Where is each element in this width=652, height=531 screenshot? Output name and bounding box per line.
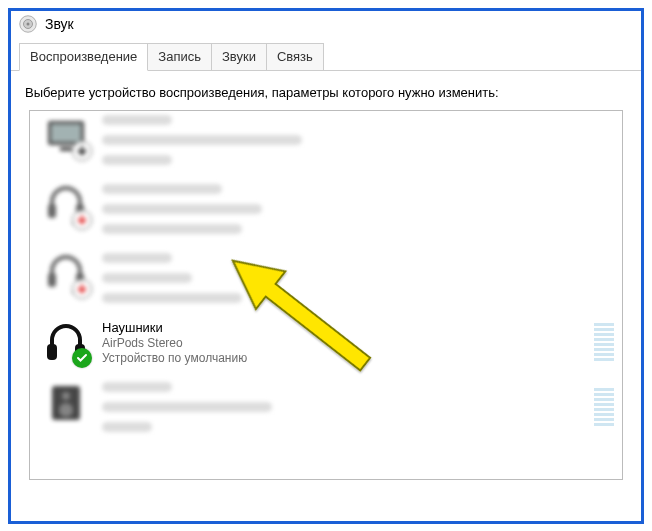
speaker-icon [42, 378, 90, 426]
svg-point-14 [59, 403, 73, 417]
svg-rect-4 [51, 124, 81, 142]
instruction-text: Выберите устройство воспроизведения, пар… [11, 71, 641, 110]
tab-communications[interactable]: Связь [266, 43, 324, 70]
device-item-airpods[interactable]: Наушники AirPods Stereo Устройство по ум… [30, 312, 622, 372]
headphones-icon [42, 318, 90, 366]
headset-icon [42, 249, 90, 297]
device-text [102, 378, 610, 435]
device-item[interactable] [30, 110, 622, 174]
level-meter [594, 388, 614, 426]
titlebar: Звук [11, 11, 641, 39]
sound-icon [19, 15, 37, 33]
device-item[interactable] [30, 174, 622, 243]
monitor-icon [42, 111, 90, 159]
down-arrow-icon [72, 279, 92, 299]
level-meter [594, 323, 614, 361]
device-name: Наушники [102, 320, 610, 335]
device-text: Наушники AirPods Stereo Устройство по ум… [102, 318, 610, 365]
tab-playback[interactable]: Воспроизведение [19, 43, 148, 71]
svg-rect-8 [48, 273, 56, 287]
svg-point-13 [62, 392, 70, 400]
check-icon [72, 348, 92, 368]
tab-recording[interactable]: Запись [147, 43, 212, 70]
tab-sounds[interactable]: Звуки [211, 43, 267, 70]
device-item[interactable] [30, 243, 622, 312]
device-text [102, 249, 610, 306]
sound-dialog: Звук Воспроизведение Запись Звуки Связь … [8, 8, 644, 524]
device-status: Устройство по умолчанию [102, 351, 610, 365]
window-title: Звук [45, 16, 74, 32]
device-subtitle: AirPods Stereo [102, 336, 610, 350]
device-text [102, 180, 610, 237]
svg-rect-10 [47, 344, 57, 360]
device-item[interactable] [30, 372, 622, 441]
svg-rect-5 [60, 147, 72, 151]
svg-rect-6 [48, 204, 56, 218]
device-text [102, 111, 610, 168]
svg-point-2 [27, 23, 30, 26]
headset-icon [42, 180, 90, 228]
down-arrow-icon [72, 210, 92, 230]
tab-strip: Воспроизведение Запись Звуки Связь [11, 43, 641, 71]
down-arrow-icon [72, 141, 92, 161]
device-list-panel: Наушники AirPods Stereo Устройство по ум… [29, 110, 623, 480]
